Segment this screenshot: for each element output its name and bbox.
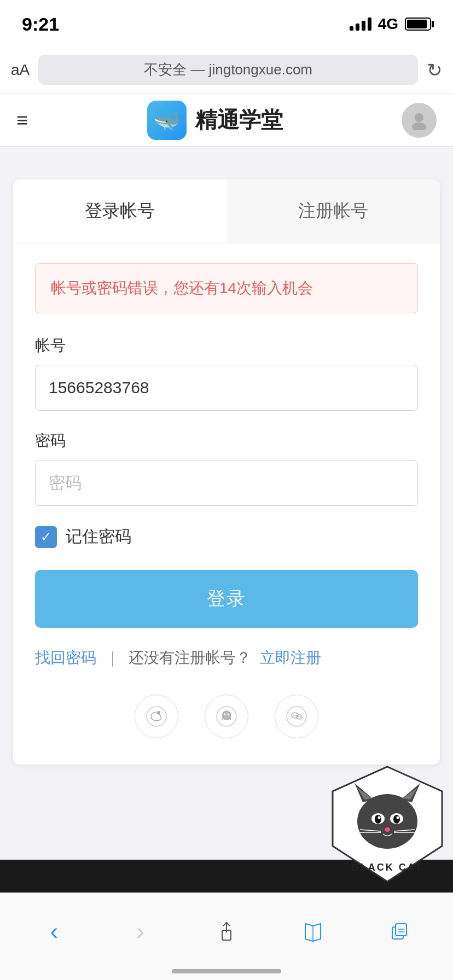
checkmark-icon: ✓	[40, 529, 51, 545]
remember-checkbox[interactable]: ✓	[35, 526, 57, 548]
svg-point-2	[147, 707, 166, 726]
home-indicator	[172, 969, 281, 973]
links-row: 找回密码 ｜ 还没有注册帐号？ 立即注册	[35, 648, 418, 668]
share-button[interactable]	[205, 909, 248, 953]
svg-point-15	[300, 716, 301, 718]
book-button[interactable]	[291, 909, 335, 953]
account-label: 帐号	[35, 335, 418, 356]
weibo-button[interactable]	[135, 695, 178, 738]
tab-login[interactable]: 登录帐号	[13, 179, 226, 243]
svg-point-1	[412, 122, 426, 130]
battery-icon	[405, 18, 431, 31]
password-label: 密码	[35, 430, 418, 451]
password-input[interactable]	[35, 460, 418, 506]
svg-rect-25	[396, 924, 406, 936]
svg-point-6	[223, 711, 230, 719]
status-icons: 4G	[350, 15, 431, 33]
remember-label: 记住密码	[66, 526, 131, 548]
svg-point-0	[415, 113, 423, 122]
tabs-button[interactable]	[377, 909, 421, 953]
forward-button[interactable]: ›	[118, 909, 162, 953]
tab-bar: 登录帐号 注册帐号	[13, 179, 440, 243]
gray-spacer	[0, 147, 453, 179]
register-now-link[interactable]: 立即注册	[260, 648, 321, 668]
back-arrow-icon: ‹	[50, 918, 58, 945]
qq-button[interactable]	[205, 695, 248, 738]
status-bar: 9:21 4G	[0, 0, 453, 48]
account-input[interactable]	[35, 365, 418, 411]
avatar[interactable]	[402, 103, 437, 138]
svg-point-7	[224, 714, 226, 715]
signal-icon	[350, 18, 371, 31]
nav-logo: 🐳 精通学堂	[147, 101, 283, 140]
browser-bar: aA 不安全 — jingtongxue.com ↻	[0, 48, 453, 94]
black-cat-overlay[interactable]: BLACK CAT	[322, 761, 453, 892]
browser-aa[interactable]: aA	[11, 61, 30, 79]
share-icon	[214, 919, 239, 943]
logo-whale-icon: 🐳	[153, 107, 181, 133]
browser-url[interactable]: 不安全 — jingtongxue.com	[38, 55, 418, 85]
card-content: 帐号或密码错误，您还有14次输入机会 帐号 密码 ✓ 记住密码 登录 找回密码 …	[13, 243, 440, 738]
network-label: 4G	[378, 15, 398, 33]
main-card: 登录帐号 注册帐号 帐号或密码错误，您还有14次输入机会 帐号 密码 ✓ 记住密…	[13, 179, 440, 765]
svg-point-37	[378, 816, 381, 819]
svg-point-12	[293, 715, 294, 716]
login-button[interactable]: 登录	[35, 570, 418, 628]
error-box: 帐号或密码错误，您还有14次输入机会	[35, 263, 418, 313]
forward-arrow-icon: ›	[136, 918, 144, 945]
svg-point-8	[228, 714, 229, 715]
svg-point-38	[397, 816, 399, 819]
forgot-password-link[interactable]: 找回密码	[35, 648, 96, 668]
nav-bar: ≡ 🐳 精通学堂	[0, 94, 453, 147]
logo-text: 精通学堂	[195, 105, 283, 135]
book-icon	[301, 919, 325, 943]
wechat-button[interactable]	[275, 695, 318, 738]
social-icons	[35, 695, 418, 738]
link-divider: ｜	[105, 648, 120, 668]
svg-text:BLACK CAT: BLACK CAT	[352, 862, 423, 873]
no-account-text: 还没有注册帐号？	[129, 648, 251, 668]
tab-register[interactable]: 注册帐号	[226, 179, 440, 243]
tabs-icon	[387, 919, 411, 943]
svg-point-14	[298, 716, 299, 718]
menu-icon[interactable]: ≡	[16, 109, 28, 132]
svg-point-36	[393, 815, 400, 824]
error-message: 帐号或密码错误，您还有14次输入机会	[51, 279, 313, 296]
logo-icon: 🐳	[147, 101, 187, 140]
svg-point-39	[385, 827, 390, 832]
back-button[interactable]: ‹	[32, 909, 76, 953]
remember-row: ✓ 记住密码	[35, 526, 418, 548]
svg-point-28	[357, 794, 417, 849]
svg-point-3	[157, 711, 160, 714]
refresh-icon[interactable]: ↻	[427, 59, 442, 81]
svg-point-35	[375, 815, 381, 824]
browser-nav: ‹ ›	[0, 892, 453, 980]
status-time: 9:21	[22, 14, 59, 35]
svg-point-13	[295, 715, 297, 716]
